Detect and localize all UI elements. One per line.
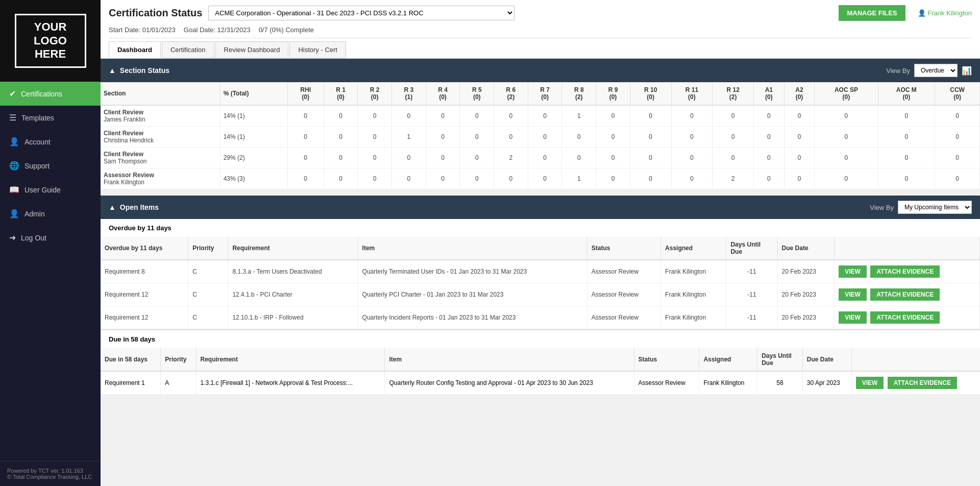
manage-files-button[interactable]: MANAGE FILES	[839, 5, 905, 21]
section-value: 0	[528, 168, 562, 189]
table-row: Requirement 12 C 12.4.1.b - PCI Charter …	[101, 283, 980, 306]
col-oi-days: Days UntilDue	[726, 237, 777, 260]
section-value: 0	[713, 127, 754, 148]
oi-item: Quarterly Router Config Testing and Appr…	[385, 371, 634, 395]
section-value: 0	[784, 105, 815, 127]
section-value: 0	[460, 105, 494, 127]
oi-days: -11	[726, 260, 777, 283]
col-r4: R 4(0)	[426, 82, 460, 105]
col-a2: A2(0)	[784, 82, 815, 105]
section-percent: 29% (2)	[220, 148, 287, 168]
section-value: 0	[878, 148, 935, 168]
col-due-days: Days UntilDue	[757, 348, 803, 371]
section-value: 0	[287, 127, 324, 148]
attach-evidence-button[interactable]: ATTACH EVIDENCE	[870, 288, 940, 301]
section-value: 0	[528, 127, 562, 148]
open-items-due-tbody: Requirement 1 A 1.3.1.c [Firewall 1] - N…	[101, 371, 980, 395]
col-r11: R 11(0)	[671, 82, 713, 105]
logout-icon: ➜	[9, 233, 16, 242]
col-r1: R 1(0)	[324, 82, 358, 105]
collapse-section-icon[interactable]: ▲	[109, 66, 116, 75]
sidebar-item-user-guide[interactable]: 📖 User Guide	[0, 178, 101, 202]
col-r5: R 5(0)	[460, 82, 494, 105]
sidebar-item-admin[interactable]: 👤 Admin	[0, 202, 101, 226]
section-value: 0	[358, 148, 392, 168]
section-value: 0	[630, 127, 671, 148]
section-value: 0	[528, 148, 562, 168]
section-value: 2	[713, 168, 754, 189]
view-button[interactable]: VIEW	[856, 377, 884, 389]
tab-review-dashboard[interactable]: Review Dashboard	[215, 41, 289, 58]
col-due-req-detail: Requirement	[196, 348, 385, 371]
open-items-overdue-tbody: Requirement 8 C 8.1.3.a - Term Users Dea…	[101, 260, 980, 329]
account-icon: 👤	[9, 137, 19, 147]
chart-icon[interactable]: 📊	[962, 66, 972, 76]
view-button[interactable]: VIEW	[839, 311, 867, 324]
oi-assigned: Frank Kilington	[661, 306, 726, 329]
sidebar-item-certifications[interactable]: ✔ Certifications	[0, 82, 101, 106]
view-button[interactable]: VIEW	[839, 288, 867, 301]
user-icon: 👤	[918, 9, 926, 17]
section-name: Client ReviewJames Franklin	[101, 105, 220, 127]
col-rhi: RHI(0)	[287, 82, 324, 105]
section-value: 0	[287, 148, 324, 168]
sidebar-item-templates[interactable]: ☰ Templates	[0, 106, 101, 130]
section-status-viewby-select[interactable]: Overdue	[914, 64, 958, 77]
cert-selector[interactable]: ACME Corporation - Operational - 31 Dec …	[208, 6, 514, 20]
section-status-table: Section % (Total) RHI(0) R 1(0) R 2(0) R…	[101, 82, 980, 189]
oi-actions: VIEW ATTACH EVIDENCE	[835, 260, 980, 283]
collapse-open-items-icon[interactable]: ▲	[109, 203, 116, 211]
sidebar-user-guide-label: User Guide	[24, 186, 61, 194]
section-value: 0	[878, 127, 935, 148]
oi-priority: C	[188, 260, 228, 283]
section-value: 0	[426, 168, 460, 189]
oi-req-detail: 12.4.1.b - PCI Charter	[228, 283, 358, 306]
section-value: 0	[287, 168, 324, 189]
tab-certification[interactable]: Certification	[162, 41, 214, 58]
overdue-group-header: Overdue by 11 days	[101, 219, 980, 237]
topbar-row2: Start Date: 01/01/2023 Goal Date: 12/31/…	[109, 24, 972, 38]
section-value: 0	[324, 127, 358, 148]
open-items-table-wrapper: Overdue by 11 days Priority Requirement …	[101, 237, 980, 329]
due-header-text: Due in 58 days	[109, 335, 155, 343]
oi-item: Quarterly PCI Charter - 01 Jan 2023 to 3…	[358, 283, 587, 306]
attach-evidence-button[interactable]: ATTACH EVIDENCE	[870, 311, 940, 324]
col-due-req: Due in 58 days	[101, 348, 161, 371]
section-value: 0	[596, 168, 630, 189]
templates-icon: ☰	[9, 113, 16, 123]
section-status-tbody: Client ReviewJames Franklin14% (1)000000…	[101, 105, 980, 189]
section-value: 0	[562, 127, 596, 148]
logo-box: YOUR LOGO HERE	[15, 14, 86, 67]
oi-req-detail: 8.1.3.a - Term Users Deactivated	[228, 260, 358, 283]
col-oi-actions	[835, 237, 980, 260]
sidebar-item-support[interactable]: 🌐 Support	[0, 154, 101, 178]
view-button[interactable]: VIEW	[839, 265, 867, 278]
section-value: 0	[671, 105, 713, 127]
section-value: 0	[426, 127, 460, 148]
tab-history-cert[interactable]: History - Cert	[289, 41, 346, 58]
open-items-viewby-select[interactable]: My Upcoming Items	[898, 201, 972, 214]
col-oi-item: Item	[358, 237, 587, 260]
attach-evidence-button[interactable]: ATTACH EVIDENCE	[888, 377, 957, 389]
attach-evidence-button[interactable]: ATTACH EVIDENCE	[870, 265, 940, 278]
sidebar-item-logout[interactable]: ➜ Log Out	[0, 226, 101, 250]
section-value: 0	[324, 148, 358, 168]
oi-due-date: 20 Feb 2023	[777, 306, 835, 329]
col-r8: R 8(2)	[562, 82, 596, 105]
user-link[interactable]: 👤 Frank Kilington	[918, 9, 972, 17]
table-row: Requirement 1 A 1.3.1.c [Firewall 1] - N…	[101, 371, 980, 395]
section-value: 1	[562, 105, 596, 127]
oi-req: Requirement 12	[101, 306, 188, 329]
sidebar-account-label: Account	[24, 138, 51, 146]
oi-days: 58	[757, 371, 803, 395]
section-value: 0	[754, 127, 785, 148]
col-due-item: Item	[385, 348, 634, 371]
section-value: 0	[815, 127, 878, 148]
oi-item: Quarterly Terminated User IDs - 01 Jan 2…	[358, 260, 587, 283]
sidebar-item-account[interactable]: 👤 Account	[0, 130, 101, 154]
sidebar-admin-label: Admin	[24, 210, 45, 218]
sidebar-support-label: Support	[24, 162, 50, 170]
tab-dashboard[interactable]: Dashboard	[109, 41, 161, 58]
col-ccw: CCW(0)	[935, 82, 980, 105]
table-row: Client ReviewChristina Hendrick14% (1)00…	[101, 127, 980, 148]
